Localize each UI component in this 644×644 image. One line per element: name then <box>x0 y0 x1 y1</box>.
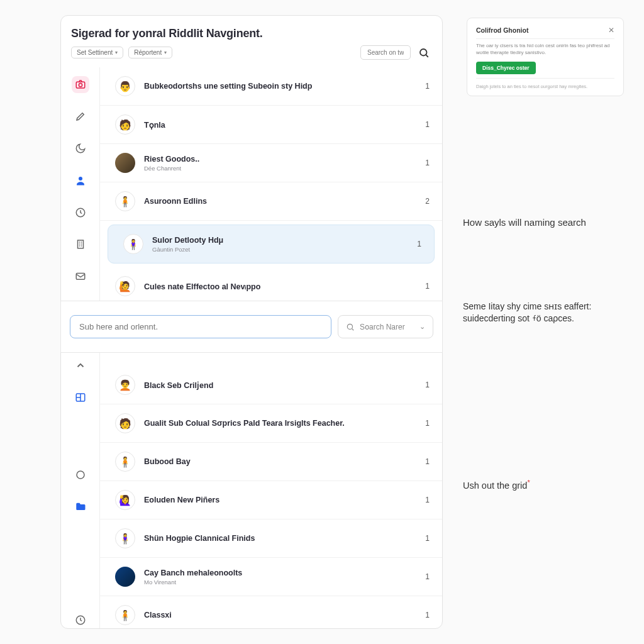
avatar: 🙋 <box>115 276 135 296</box>
list-item-title: Riest Goodos.. <box>144 155 416 164</box>
asterisk-icon: * <box>527 479 530 486</box>
header-toolbar: Set Settinent Réportent <box>71 45 431 60</box>
list-item-title: Bubkeodortshs une setting Subeoin sty Hi… <box>144 82 416 91</box>
list-item[interactable]: 🧑Gualit Sub Colual Sσprics Pald Teara Ir… <box>100 404 442 443</box>
list-item[interactable]: 🧍Asuroonn Edlins2 <box>100 182 442 221</box>
avatar: 🧍 <box>115 191 135 211</box>
list-item-subtitle: Gàuntin Pozet <box>152 246 408 253</box>
svg-point-3 <box>79 84 82 87</box>
svg-point-9 <box>77 471 84 479</box>
list-item[interactable]: Cay Banch mehaleonooltsMo Virenant1 <box>100 558 442 596</box>
list-item-count: 1 <box>425 572 430 581</box>
filter-chip-2[interactable]: Réportent <box>128 47 172 58</box>
list-item-count: 1 <box>425 82 430 91</box>
info-card-footer: Daigh jotels to an ties to nesot ourgors… <box>476 84 614 89</box>
avatar: 🧍‍♀️ <box>123 234 143 254</box>
rail-camera-icon[interactable] <box>72 76 89 93</box>
list-item-title: Cules nate Elffectoo al Nevᵢppo <box>144 282 416 291</box>
info-card: Colifrod Ghoniot ✕ The oar iy clsers is … <box>467 18 624 96</box>
search-icon[interactable] <box>417 46 431 60</box>
list-item-count: 1 <box>425 611 430 619</box>
header-search-input[interactable] <box>360 45 411 60</box>
list-item-count: 1 <box>425 282 430 291</box>
mid-search-input[interactable] <box>70 315 331 338</box>
rail-folder-icon[interactable] <box>72 498 89 515</box>
rail-circle-icon[interactable] <box>72 466 89 483</box>
avatar: 🧍‍♀️ <box>115 528 135 548</box>
info-card-title: Colifrod Ghoniot <box>476 26 528 34</box>
avatar: 🧑 <box>115 114 135 135</box>
list-item[interactable]: 👨Bubkeodortshs une setting Subeoin sty H… <box>100 67 442 106</box>
list-item-title: Shün Hogpie Clannical Finids <box>144 534 416 543</box>
list-item-count: 1 <box>425 534 430 543</box>
panel-header: Sigerad for yonral Riddlit Navginent. Se… <box>61 16 442 67</box>
list-item-count: 1 <box>425 120 430 129</box>
filter-chip-1[interactable]: Set Settinent <box>71 47 123 58</box>
list-item-count: 1 <box>425 380 430 389</box>
list-item-count: 1 <box>425 496 430 504</box>
list-item-title: Gualit Sub Colual Sσprics Pald Teara Irs… <box>144 419 416 428</box>
list-item[interactable]: 🧑‍🦱Black Seb Crilϳend1 <box>100 366 442 404</box>
avatar: 🧑 <box>115 413 135 433</box>
list-item-count: 1 <box>417 240 421 248</box>
svg-rect-7 <box>76 274 85 280</box>
avatar: 👨 <box>115 76 135 96</box>
avatar: 🧍 <box>115 605 135 625</box>
list-item-title: Tϙnla <box>144 120 416 130</box>
close-icon[interactable]: ✕ <box>608 26 614 35</box>
rail-moon-icon[interactable] <box>72 140 89 157</box>
avatar: 🧑‍🦱 <box>115 375 135 395</box>
list-item-title: Sulor Detlooty Hdμ <box>152 236 408 245</box>
list-item-title: Classxi <box>144 611 416 619</box>
list-item-count: 1 <box>425 158 430 167</box>
svg-rect-6 <box>77 240 83 248</box>
avatar: 🙋‍♀️ <box>115 490 135 510</box>
list-item-title: Eoluden New Piñers <box>144 496 416 504</box>
side-note-3: Ush out the grid* <box>463 478 608 492</box>
rail-clock2-icon[interactable] <box>72 611 89 628</box>
rail-user-icon[interactable] <box>72 172 89 189</box>
info-card-desc: The oar iy clsers is tra hid coln cest o… <box>476 43 614 57</box>
list-item[interactable]: 🙋Cules nate Elffectoo al Nevᵢppo1 <box>100 267 442 306</box>
info-card-button[interactable]: Diss_Chyrec oster <box>476 62 536 74</box>
header-search <box>360 45 431 60</box>
list-item[interactable]: Riest Goodos..Dée Chanrent1 <box>100 144 442 182</box>
list-item[interactable]: 🧑Tϙnla1 <box>100 106 442 144</box>
svg-point-4 <box>79 177 82 180</box>
avatar <box>115 153 135 173</box>
list-item[interactable]: 🧍‍♀️Sulor Detlooty HdμGàuntin Pozet1 <box>108 225 435 264</box>
rail-clock-icon[interactable] <box>72 204 89 221</box>
list-item-count: 2 <box>425 197 430 206</box>
list-item[interactable]: 🧍Bubood Bay1 <box>100 443 442 481</box>
list-item-title: Cay Banch mehaleonoolts <box>144 569 416 577</box>
rail-mail-icon[interactable] <box>72 268 89 285</box>
list-item[interactable]: 🧍‍♀️Shün Hogpie Clannical Finids1 <box>100 519 442 558</box>
page-title: Sigerad for yonral Riddlit Navginent. <box>71 27 431 40</box>
svg-point-11 <box>347 324 352 329</box>
avatar: 🧍 <box>115 452 135 472</box>
svg-line-1 <box>426 55 428 57</box>
side-note-2: Seme Iitay shy cime sʜɪs eaffert: suidec… <box>463 301 608 325</box>
rail-edit-icon[interactable] <box>72 108 89 125</box>
rail-layout-icon[interactable] <box>72 389 89 406</box>
side-note-1: How sayls will naming search <box>463 216 608 229</box>
svg-rect-2 <box>76 82 85 89</box>
mid-search-bar: Sᴏarch Narer ⌄ <box>60 301 443 353</box>
list-item-title: Asuroonn Edlins <box>144 197 416 206</box>
list-item-title: Bubood Bay <box>144 457 416 466</box>
chevron-down-icon: ⌄ <box>419 323 425 331</box>
list-item[interactable]: 🙋‍♀️Eoluden New Piñers1 <box>100 481 442 519</box>
list-item-count: 1 <box>425 419 430 428</box>
rail-building-icon[interactable] <box>72 236 89 253</box>
list-item[interactable]: 🧍Classxi1 <box>100 596 442 628</box>
list-item-title: Black Seb Crilϳend <box>144 380 416 390</box>
mid-search-scope[interactable]: Sᴏarch Narer ⌄ <box>338 315 433 338</box>
rail-chevron-up-icon[interactable] <box>72 357 89 374</box>
avatar <box>115 567 135 587</box>
svg-line-12 <box>352 328 354 330</box>
svg-point-0 <box>420 49 427 56</box>
list-item-subtitle: Dée Chanrent <box>144 165 416 172</box>
mid-search-scope-label: Sᴏarch Narer <box>360 323 405 331</box>
list-item-subtitle: Mo Virenant <box>144 579 416 586</box>
list-item-count: 1 <box>425 457 430 466</box>
